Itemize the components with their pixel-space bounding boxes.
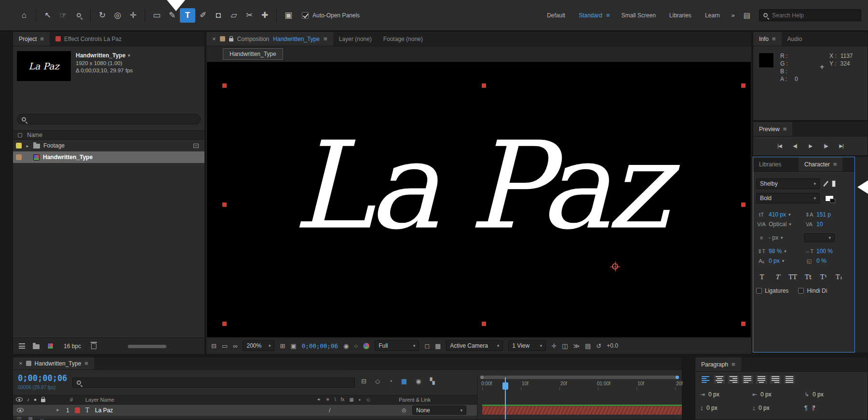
help-search[interactable] — [759, 9, 861, 21]
puppet-pin-tool-button[interactable]: ✚ — [257, 8, 272, 23]
tab-preview[interactable]: Preview ≡ — [753, 122, 792, 136]
kerning-field[interactable]: Optical ▾ — [769, 221, 791, 228]
tab-paragraph[interactable]: Paragraph ≡ — [695, 357, 741, 371]
right-indent-field[interactable]: ⇤ 0 px — [752, 391, 772, 398]
previous-frame-button[interactable]: ◀| — [789, 141, 801, 150]
rotate-tool-button[interactable]: ↻ — [95, 8, 110, 23]
text-layer-la-paz[interactable]: La Paz — [293, 116, 665, 256]
home-tool-button[interactable]: ⌂ — [16, 8, 32, 23]
layer-quality-icon[interactable]: / — [329, 407, 330, 414]
preview-panel-menu-icon[interactable]: ≡ — [783, 125, 787, 133]
ligatures-checkbox[interactable] — [756, 288, 762, 294]
tab-composition[interactable]: × Composition Handwritten_Type ≡ — [206, 32, 333, 46]
text-direction-ltr-icon[interactable]: ¶ — [804, 405, 807, 411]
faux-italic-button[interactable]: T — [772, 272, 783, 282]
frame-blend-switch-icon[interactable]: ▦ — [349, 397, 353, 402]
label-column-icon[interactable] — [18, 133, 22, 137]
name-column-header[interactable]: Name — [27, 132, 42, 138]
playhead-grabber[interactable] — [502, 382, 508, 390]
stroke-style-select[interactable]: ▾ — [804, 233, 835, 242]
eyedropper-icon[interactable] — [823, 181, 828, 187]
composition-viewer[interactable]: La Paz — [207, 62, 751, 337]
play-button[interactable]: ▶ — [805, 141, 816, 150]
selection-handle[interactable] — [741, 322, 746, 326]
superscript-button[interactable]: T¹ — [818, 272, 829, 282]
selection-handle[interactable] — [482, 83, 486, 88]
layer-name-column-header[interactable]: Layer Name — [85, 397, 114, 403]
selection-handle[interactable] — [222, 203, 227, 207]
zoom-tool-button[interactable] — [71, 8, 86, 23]
magnification-select[interactable]: 200% ▾ — [243, 340, 274, 351]
open-panel-button[interactable]: ▣ — [281, 8, 296, 23]
pixel-aspect-icon[interactable]: ◫ — [562, 342, 568, 350]
label-chip-sandstone[interactable] — [16, 154, 22, 160]
flowchart-icon[interactable]: ⊟ — [211, 342, 217, 350]
tab-effect-controls[interactable]: Effect Controls La Paz — [50, 32, 127, 46]
roto-brush-tool-button[interactable]: ✂ — [242, 8, 257, 23]
viewer-timecode[interactable]: 0;00;00;06 — [302, 342, 338, 350]
new-folder-icon[interactable] — [33, 344, 40, 349]
mask-visibility-icon[interactable]: ▣ — [290, 342, 296, 350]
hand-tool-button[interactable]: ☞ — [55, 8, 71, 23]
selected-item-name[interactable]: Handwritten_Type ▾ — [76, 52, 133, 59]
transparency-grid-icon[interactable]: ▩ — [435, 342, 441, 350]
clone-stamp-tool-button[interactable]: ◘ — [211, 8, 226, 23]
delete-icon[interactable] — [91, 343, 96, 349]
work-area-end-handle[interactable] — [676, 376, 679, 379]
tab-libraries[interactable]: Libraries — [753, 157, 787, 171]
workspace-learn[interactable]: Learn — [698, 12, 727, 19]
twirl-icon[interactable]: ▸ — [25, 143, 30, 149]
viewer-tab-handwritten-type[interactable]: Handwritten_Type — [223, 48, 283, 60]
tracking-value[interactable]: 10 — [816, 221, 823, 228]
auto-open-panels-checkbox[interactable] — [302, 12, 309, 19]
project-panel-menu-icon[interactable]: ≡ — [40, 35, 44, 42]
current-time-display[interactable]: 0;00;00;06 — [18, 373, 67, 383]
font-size-field[interactable]: 410 px ▾ — [769, 211, 791, 218]
align-right-button[interactable] — [727, 375, 740, 384]
align-center-button[interactable] — [713, 375, 726, 384]
mini-flowchart-icon[interactable]: ⊟ — [361, 378, 366, 385]
layer-name[interactable]: La Paz — [95, 407, 113, 414]
justify-all-button[interactable] — [783, 375, 796, 384]
selection-handle[interactable] — [741, 203, 746, 207]
lock-icon[interactable] — [229, 38, 233, 41]
fill-color-swatch[interactable] — [825, 195, 834, 202]
tab-layer[interactable]: Layer (none) — [333, 32, 378, 46]
help-search-input[interactable] — [771, 12, 857, 19]
toggle-transfer-controls-icon[interactable]: ▥ — [28, 416, 32, 420]
workspace-small-screen[interactable]: Small Screen — [614, 12, 662, 19]
draft-3d-icon[interactable]: ◇ — [375, 378, 380, 385]
tab-timeline[interactable]: × Handwritten_Type ≡ — [13, 357, 94, 369]
small-caps-button[interactable]: Tt — [802, 272, 814, 282]
layer-visibility-eye-icon[interactable] — [17, 408, 24, 412]
exposure-value[interactable]: +0.0 — [607, 342, 618, 349]
color-swatch-partial[interactable] — [832, 180, 836, 187]
grid-guides-icon[interactable]: ⊞ — [280, 342, 285, 350]
layer-twirl-icon[interactable]: ▸ — [55, 407, 60, 412]
audio-column-icon[interactable]: ♪ — [27, 397, 29, 402]
reset-exposure-icon[interactable]: ↺ — [596, 342, 601, 350]
brush-tool-button[interactable]: ✐ — [195, 8, 211, 23]
first-line-indent-field[interactable]: ↳ 0 px — [804, 391, 824, 398]
selection-handle[interactable] — [741, 83, 746, 88]
view-layout-icon[interactable]: ✛ — [551, 342, 556, 350]
close-tab-icon[interactable]: × — [19, 360, 23, 367]
rectangle-tool-button[interactable]: ▭ — [149, 8, 164, 23]
project-row-handwritten-type[interactable]: ▸ Handwritten_Type — [13, 151, 204, 163]
character-panel-menu-icon[interactable]: ≡ — [833, 161, 837, 168]
justify-last-left-button[interactable] — [741, 375, 754, 384]
resolution-select[interactable]: Full ▾ — [375, 340, 419, 351]
space-after-field[interactable]: ↨ 0 px — [752, 405, 770, 411]
region-of-interest-icon[interactable]: ◻ — [424, 342, 430, 350]
first-frame-button[interactable]: |◀ — [774, 141, 786, 150]
snapshot-icon[interactable]: ◉ — [343, 342, 349, 350]
all-caps-button[interactable]: TT — [787, 272, 799, 282]
playhead[interactable] — [505, 378, 506, 420]
selection-handle[interactable] — [222, 322, 227, 326]
eraser-tool-button[interactable]: ▱ — [226, 8, 242, 23]
unified-camera-tool-button[interactable]: ◎ — [110, 8, 125, 23]
space-before-field[interactable]: ↨ 0 px — [700, 405, 718, 411]
label-chip-yellow[interactable] — [16, 143, 22, 149]
selection-tool-button[interactable]: ↖ — [40, 8, 55, 23]
workspace-default[interactable]: Default — [540, 12, 572, 19]
